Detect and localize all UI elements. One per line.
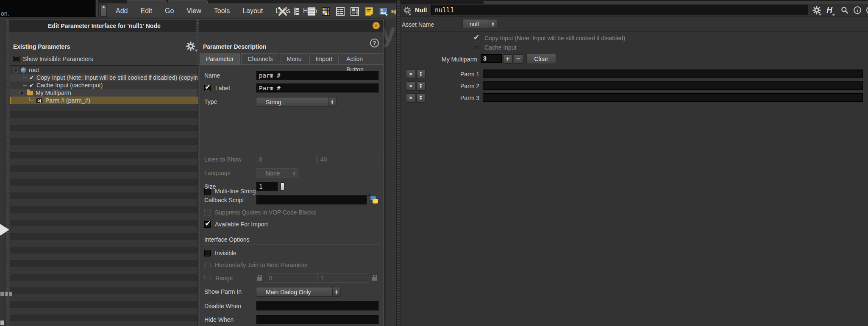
pane-help-icon[interactable]: ? [865, 5, 868, 15]
tab-menu[interactable]: Menu [281, 53, 308, 65]
parm3-input[interactable] [483, 93, 863, 102]
callback-script-input[interactable] [256, 195, 367, 205]
dialog-title: Edit Parameter Interface for 'null1' Nod… [48, 22, 161, 29]
background-image-icon[interactable] [378, 6, 389, 17]
parm1-input[interactable] [483, 70, 863, 78]
network-tree-icon[interactable] [291, 6, 303, 17]
label-checkbox[interactable]: ✔ [204, 85, 211, 91]
tree-item-parm-selected[interactable]: b| Parm # (parm_#) [10, 97, 198, 104]
info-icon[interactable]: i [852, 5, 862, 15]
spreadsheet-icon[interactable] [306, 6, 317, 17]
multiparm-remove-button[interactable]: − [514, 54, 523, 64]
range-checkbox [204, 275, 211, 281]
parameters-panel-icon[interactable] [334, 6, 346, 17]
help-icon[interactable]: ? [370, 39, 379, 47]
multiparm-count-input[interactable] [481, 54, 502, 63]
menu-go[interactable]: Go [165, 7, 174, 15]
tab-channels[interactable]: Channels [241, 53, 279, 65]
slider-handle[interactable] [281, 182, 284, 191]
checked-toggle-icon[interactable]: ✔ [29, 82, 34, 89]
tree-connector [23, 82, 27, 86]
panel-expand-arrow[interactable] [0, 224, 9, 236]
dialog-titlebar[interactable]: Edit Parameter Interface for 'null1' Nod… [6, 20, 383, 32]
tree-item-copy-input[interactable]: ✔ Copy Input (Note: Input will be still … [10, 74, 198, 81]
layout-panes-icon[interactable] [349, 6, 360, 17]
copy-input-checkbox[interactable]: ✔ [473, 35, 479, 42]
tab-import[interactable]: Import [309, 53, 339, 65]
multiparm-add-button[interactable]: + [503, 54, 512, 64]
node-cog-icon[interactable] [402, 5, 412, 15]
range-lock-max-icon [372, 277, 377, 281]
label-input[interactable] [256, 84, 379, 93]
pane-gear-icon[interactable] [812, 5, 822, 15]
edge-widget[interactable] [5, 292, 8, 296]
tab-parameter[interactable]: Parameter [200, 53, 240, 65]
node-name-input[interactable] [431, 5, 808, 15]
notes-icon[interactable] [363, 6, 375, 17]
spinner-icon[interactable]: ▲▼ [332, 287, 340, 296]
menu-edit[interactable]: Edit [140, 7, 152, 15]
checked-toggle-icon[interactable]: ✔ [29, 75, 34, 81]
suppress-quotes-label: Suppress Quotes in VOP Code Blocks [215, 209, 316, 216]
disable-when-input[interactable] [256, 301, 379, 311]
menu-scrollbar[interactable]: ▲ [100, 4, 107, 17]
tab-action-button[interactable]: Action Button [340, 53, 383, 65]
parm1-label-cell: Parm 1 [397, 70, 479, 79]
pane-tab[interactable] [484, 1, 868, 4]
horizontal-join-label: Horizontally Join to Next Parameter [215, 262, 308, 268]
existing-parameters-gear-icon[interactable] [186, 42, 195, 51]
collapse-icon[interactable]: − [14, 68, 18, 72]
invisible-checkbox[interactable] [204, 250, 211, 256]
type-dropdown[interactable]: String ▲▼ [256, 97, 337, 107]
lines-cols-input [317, 155, 379, 164]
size-input[interactable] [256, 182, 278, 191]
tree-item-multiparm-folder[interactable]: − My Multiparm [10, 89, 198, 97]
available-import-checkbox[interactable]: ✔ [204, 221, 211, 228]
parm2-input[interactable] [483, 81, 863, 90]
menu-add[interactable]: Add [116, 7, 128, 15]
spinner-icon[interactable]: ▲▼ [328, 98, 336, 106]
search-icon[interactable] [840, 5, 850, 15]
tree-item-root[interactable]: − root [10, 66, 198, 74]
pane-resize-handle[interactable] [397, 0, 401, 326]
edge-widget[interactable] [0, 320, 4, 325]
multiparm-clear-button[interactable]: Clear [526, 54, 556, 64]
tree-item-cache-input[interactable]: ✔ Cache Input (cacheinput) [10, 81, 198, 89]
tools-wrench-icon[interactable] [277, 6, 288, 17]
parm3-label-cell: Parm 3 [397, 93, 479, 103]
horizontal-join-row: Horizontally Join to Next Parameter [204, 262, 308, 268]
dialog-left-resize-handle[interactable] [6, 20, 9, 326]
collapse-icon[interactable]: − [19, 91, 24, 95]
menu-view[interactable]: View [186, 7, 201, 15]
show-parm-in-dropdown[interactable]: Main Dialog Only ▲▼ [256, 287, 341, 297]
size-label: Size [204, 183, 216, 190]
close-icon[interactable]: × [373, 22, 380, 29]
pane-tab[interactable] [127, 0, 167, 3]
parm3-label: Parm 3 [460, 95, 479, 101]
cache-input-checkbox[interactable] [473, 45, 479, 51]
desktop-palette-icon[interactable] [320, 6, 331, 17]
parameter-description-body: Name ✔ Label Type String ▲▼ Multi-line S [200, 64, 384, 326]
edge-widget[interactable] [0, 292, 4, 296]
tree-item-label: Parm # (parm_#) [45, 97, 90, 104]
horizontal-join-checkbox [204, 262, 211, 268]
partial-text: on. [1, 10, 9, 17]
show-invisible-checkbox[interactable] [13, 56, 19, 62]
houdini-screen: on. ▲ Add Edit Go View Tools Layout Labs… [0, 0, 868, 326]
asset-name-dropdown[interactable]: null ▲▼ [462, 19, 497, 29]
menu-tools[interactable]: Tools [214, 7, 230, 15]
name-input[interactable] [256, 71, 379, 80]
suppress-quotes-row: Suppress Quotes in VOP Code Blocks [204, 209, 316, 216]
interface-options-heading: Interface Options [204, 236, 250, 243]
edge-widget[interactable] [9, 292, 12, 296]
invisible-row: Invisible [204, 250, 236, 256]
tree-item-label: Cache Input (cacheinput) [36, 82, 103, 89]
pane-tab[interactable] [168, 0, 208, 3]
spinner-icon[interactable]: ▲▼ [489, 20, 497, 28]
suppress-quotes-checkbox [204, 209, 211, 216]
toolbar-overflow-arrow[interactable]: ▶ [392, 8, 395, 14]
hide-when-input[interactable] [256, 315, 379, 324]
houdini-help-icon[interactable]: H [824, 5, 835, 15]
menu-layout[interactable]: Layout [242, 7, 263, 15]
pane-divider[interactable] [95, 0, 99, 17]
